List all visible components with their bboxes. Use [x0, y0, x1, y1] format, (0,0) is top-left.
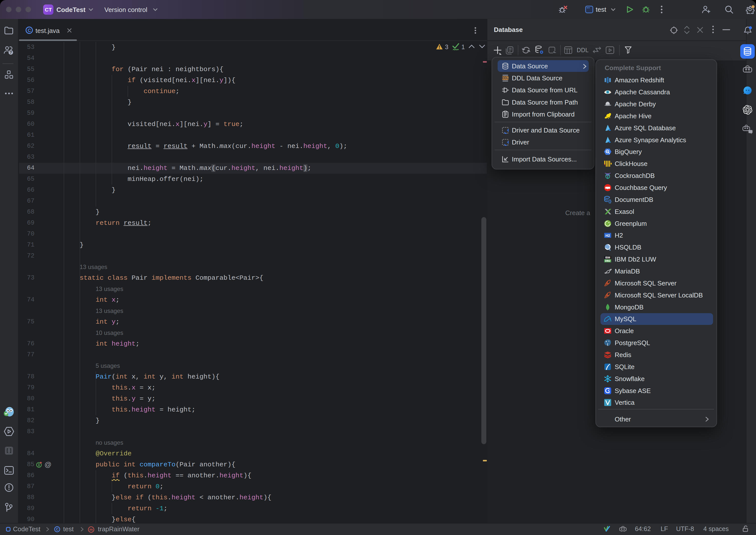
svg-text:DDL: DDL [502, 76, 509, 80]
svg-text:H2: H2 [605, 234, 610, 238]
svg-text:C: C [56, 527, 58, 531]
svg-text:IBM: IBM [605, 256, 610, 259]
svg-text:DB2: DB2 [605, 259, 610, 262]
svg-text:m: m [89, 527, 93, 531]
svg-text:?: ? [10, 50, 12, 55]
svg-text:{}: {} [608, 199, 611, 203]
svg-text:C: C [28, 28, 31, 33]
